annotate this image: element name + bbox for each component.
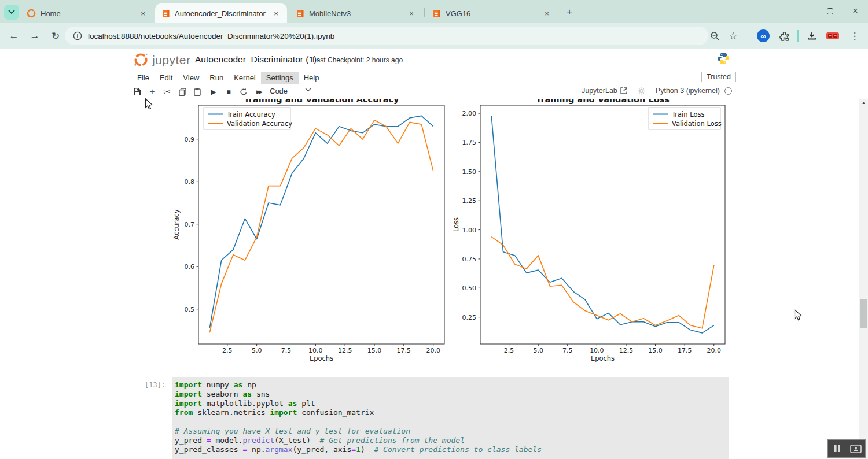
menu-kernel[interactable]: Kernel (229, 72, 261, 84)
tab-search-button[interactable] (4, 5, 19, 20)
menu-view[interactable]: View (178, 72, 204, 84)
maximize-icon[interactable] (817, 0, 843, 22)
svg-text:0.7: 0.7 (185, 221, 195, 228)
tab-label: Home (41, 9, 133, 18)
insert-cell-icon[interactable]: + (146, 86, 159, 98)
close-icon[interactable]: × (843, 0, 868, 22)
svg-text:12.5: 12.5 (619, 347, 634, 354)
svg-text:0.8: 0.8 (185, 178, 195, 186)
new-tab-button[interactable]: + (562, 5, 576, 19)
svg-text:2.00: 2.00 (462, 110, 477, 117)
svg-text:17.5: 17.5 (678, 347, 692, 354)
scroll-up-icon[interactable]: ▲ (859, 101, 868, 105)
tab-search-chevron-icon (8, 10, 15, 14)
python-logo-icon (716, 51, 730, 65)
svg-text:0.25: 0.25 (462, 314, 477, 321)
paste-icon[interactable] (191, 86, 204, 98)
svg-text:1.25: 1.25 (462, 197, 477, 205)
chevron-down-icon[interactable] (305, 88, 311, 92)
svg-text:Train Loss: Train Loss (671, 110, 704, 119)
checkpoint-status: Last Checkpoint: 2 hours ago (312, 56, 403, 64)
menu-file[interactable]: File (132, 72, 155, 84)
close-icon[interactable]: × (138, 8, 148, 18)
tab-label: VGG16 (446, 9, 537, 18)
cut-icon[interactable]: ✂ (161, 86, 174, 98)
run-icon[interactable]: ▶ (207, 86, 220, 98)
close-icon[interactable]: × (542, 8, 552, 18)
svg-text:2.5: 2.5 (222, 347, 233, 354)
menu-settings[interactable]: Settings (261, 72, 299, 84)
svg-text:0.9: 0.9 (185, 136, 195, 143)
notebook-toolbar: + ✂ ▶ ■ ▶▶ Code JupyterLab Python 3 (ipy (0, 85, 868, 99)
notebook-title[interactable]: Autoencoder_Discriminator (1) (195, 54, 317, 65)
kebab-menu-icon[interactable]: ⋮ (847, 28, 862, 43)
bookmark-star-icon[interactable]: ☆ (726, 28, 741, 43)
pip-person-icon (850, 445, 862, 453)
tab-separator (560, 8, 560, 17)
accuracy-chart: Training and Validation Accuracy2.55.07.… (171, 99, 448, 370)
restart-run-all-icon[interactable]: ▶▶ (252, 86, 265, 98)
tab-label: MobileNetv3 (309, 9, 402, 18)
reload-icon[interactable]: ↻ (46, 27, 65, 45)
restart-icon[interactable] (237, 86, 250, 98)
infinity-extension-icon[interactable]: ∞ (756, 28, 771, 43)
gear-icon[interactable] (638, 87, 645, 95)
scrollbar-thumb[interactable] (860, 299, 867, 328)
picture-in-picture-button[interactable] (847, 440, 866, 457)
notebook-menubar: File Edit View Run Kernel Settings Help … (0, 72, 868, 84)
svg-text:5.0: 5.0 (533, 347, 543, 354)
cell-type-dropdown[interactable]: Code (270, 87, 288, 95)
svg-text:5.0: 5.0 (252, 347, 262, 354)
url-text: localhost:8888/notebooks/Autoencoder_Dis… (88, 32, 334, 40)
copy-icon[interactable] (176, 86, 189, 98)
jupyter-ring-icon (133, 52, 149, 68)
code-cell[interactable]: import numpy as npimport seaborn as snsi… (172, 377, 729, 459)
svg-text:Train Accuracy: Train Accuracy (226, 110, 275, 119)
stop-icon[interactable]: ■ (222, 86, 235, 98)
cell-execution-count: [13]: (145, 381, 165, 389)
svg-text:0.75: 0.75 (462, 256, 477, 263)
back-icon[interactable]: ← (5, 27, 23, 45)
svg-text:7.5: 7.5 (562, 347, 573, 354)
svg-text:0.6: 0.6 (185, 263, 195, 271)
tab-label: Autoencoder_Discriminator (1) (175, 9, 266, 18)
svg-text:0.5: 0.5 (185, 306, 195, 313)
close-icon[interactable]: × (406, 8, 417, 18)
save-icon[interactable] (131, 86, 144, 98)
browser-tabstrip: Home × Autoencoder_Discriminator (1) × M… (0, 0, 868, 23)
svg-text:10.0: 10.0 (308, 347, 323, 354)
notebook-header: jupyter Autoencoder_Discriminator (1) La… (0, 49, 868, 71)
coupon-extension-icon[interactable] (825, 28, 840, 43)
close-icon[interactable]: × (271, 8, 281, 18)
forward-icon[interactable]: → (25, 27, 44, 45)
svg-text:0.50: 0.50 (462, 284, 477, 292)
zoom-out-icon[interactable] (707, 28, 722, 43)
menu-edit[interactable]: Edit (155, 72, 178, 84)
svg-text:Training and Validation Accura: Training and Validation Accuracy (244, 99, 399, 104)
address-bar[interactable]: localhost:8888/notebooks/Autoencoder_Dis… (65, 27, 708, 45)
menu-help[interactable]: Help (299, 72, 325, 84)
pause-button[interactable] (828, 440, 847, 457)
browser-tab-home[interactable]: Home × (20, 3, 154, 23)
kernel-indicator[interactable]: Python 3 (ipykernel) (656, 87, 732, 95)
download-icon[interactable] (804, 28, 819, 43)
svg-text:15.0: 15.0 (648, 347, 663, 354)
svg-text:Validation Loss: Validation Loss (672, 120, 722, 128)
jupyter-logo[interactable]: jupyter (133, 52, 191, 68)
code-editor[interactable]: import numpy as npimport seaborn as snsi… (175, 380, 729, 454)
puzzle-extension-icon[interactable] (777, 28, 792, 43)
svg-text:20.0: 20.0 (707, 347, 722, 354)
browser-tab-mobilenetv3[interactable]: MobileNetv3 × (289, 3, 422, 23)
menu-run[interactable]: Run (204, 72, 229, 84)
loss-chart: Training and Validation Loss2.55.07.510.… (451, 99, 729, 370)
browser-tab-autoencoder[interactable]: Autoencoder_Discriminator (1) × (155, 3, 287, 23)
page-scrollbar[interactable]: ▲ (859, 99, 868, 459)
jupyterlab-link[interactable]: JupyterLab (582, 87, 627, 95)
minimize-icon[interactable]: – (792, 0, 817, 22)
svg-text:Loss: Loss (452, 217, 460, 232)
jupyter-wordmark: jupyter (152, 53, 191, 67)
notebook-content: Training and Validation Accuracy2.55.07.… (0, 99, 859, 459)
browser-tab-vgg16[interactable]: VGG16 × (426, 3, 558, 23)
trusted-button[interactable]: Trusted (701, 72, 736, 82)
svg-text:17.5: 17.5 (397, 347, 411, 354)
